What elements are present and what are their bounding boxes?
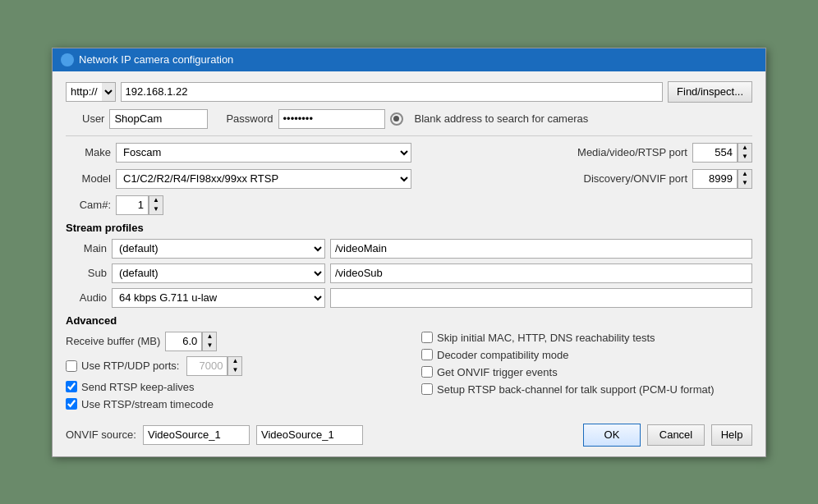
model-label: Model [66,172,111,185]
user-label: User [82,112,104,125]
skip-mac-label: Skip initial MAC, HTTP, DNS reachability… [437,332,655,344]
onvif-port-buttons[interactable]: ▲ ▼ [738,169,752,189]
rtsp-port-up[interactable]: ▲ [738,144,751,153]
receive-buffer-spinner: ▲ ▼ [165,332,217,351]
use-rtsp-timecode-checkbox[interactable] [66,398,77,410]
password-input[interactable] [278,109,385,129]
receive-buffer-up[interactable]: ▲ [203,332,216,341]
cam-spinner: ▲ ▼ [116,195,163,215]
find-inspect-button[interactable]: Find/inspect... [668,81,752,103]
protocol-selector[interactable]: http:// [66,82,116,102]
radio-toggle[interactable] [390,112,403,126]
receive-buffer-down[interactable]: ▼ [203,341,216,351]
title-bar: Network IP camera configuration [53,48,765,71]
make-select[interactable]: Foscam [116,143,411,163]
audio-stream-label: Audio [66,291,107,304]
protocol-value: http:// [67,84,102,99]
onvif-port-label: Discovery/ONVIF port [584,172,687,185]
rtp-port-input[interactable] [186,356,227,376]
onvif-source2-input[interactable] [256,425,363,445]
divider-1 [66,135,752,136]
sub-path-input[interactable] [330,263,752,283]
receive-buffer-label: Receive buffer (MB) [66,335,160,347]
skip-mac-checkbox[interactable] [421,332,433,343]
main-profile-select[interactable]: (default) [112,239,325,259]
sub-profile-select[interactable]: (default) [112,263,325,283]
setup-rtsp-label: Setup RTSP back-channel for talk support… [437,383,715,396]
radio-inner [393,116,399,121]
rtp-port-up[interactable]: ▲ [228,357,241,366]
cam-down[interactable]: ▼ [149,205,163,214]
cam-buttons[interactable]: ▲ ▼ [149,195,163,215]
network-ip-camera-dialog: Network IP camera configuration http:// … [52,48,766,457]
get-onvif-label: Get ONVIF trigger events [437,366,558,378]
decoder-compat-label: Decoder compatibility mode [437,349,568,361]
onvif-port-up[interactable]: ▲ [738,170,751,179]
dialog-icon [61,53,74,66]
rtsp-port-spinner: ▲ ▼ [692,143,752,163]
onvif-port-down[interactable]: ▼ [738,179,751,188]
rtsp-port-buttons[interactable]: ▲ ▼ [738,143,752,163]
rtsp-port-input[interactable] [692,143,738,163]
audio-path-input[interactable] [330,288,752,308]
send-rtsp-label: Send RTSP keep-alives [81,381,195,393]
onvif-source1-input[interactable] [143,425,250,445]
model-select[interactable]: C1/C2/R2/R4/FI98xx/99xx RTSP [116,169,411,189]
onvif-source-label: ONVIF source: [66,428,136,441]
setup-rtsp-checkbox[interactable] [421,383,433,395]
send-rtsp-checkbox[interactable] [66,381,77,392]
use-rtp-checkbox[interactable] [66,360,77,372]
receive-buffer-input[interactable] [165,332,202,351]
main-stream-label: Main [66,242,107,254]
sub-stream-label: Sub [66,267,107,279]
password-label: Password [226,112,273,125]
cam-input[interactable] [116,195,149,215]
use-rtsp-timecode-label: Use RTSP/stream timecode [81,398,214,410]
make-label: Make [66,146,111,158]
user-input[interactable] [109,109,208,129]
rtp-port-buttons[interactable]: ▲ ▼ [227,356,242,376]
protocol-dropdown[interactable] [102,83,115,101]
cam-up[interactable]: ▲ [149,196,163,205]
onvif-port-spinner: ▲ ▼ [692,169,752,189]
help-button[interactable]: Help [711,424,752,446]
get-onvif-checkbox[interactable] [421,366,433,378]
blank-address-hint: Blank address to search for cameras [415,112,589,125]
onvif-port-input[interactable] [692,169,738,189]
rtsp-port-label: Media/video/RTSP port [577,146,687,158]
main-path-input[interactable] [330,239,752,259]
rtp-port-down[interactable]: ▼ [228,366,241,375]
rtp-port-spinner: ▲ ▼ [186,356,242,376]
use-rtp-label: Use RTP/UDP ports: [81,360,179,372]
decoder-compat-checkbox[interactable] [421,349,433,360]
advanced-label: Advanced [66,314,752,327]
receive-buffer-buttons[interactable]: ▲ ▼ [202,332,217,351]
cancel-button[interactable]: Cancel [647,424,705,446]
ok-button[interactable]: OK [583,424,641,447]
cam-label: Cam#: [66,199,111,211]
dialog-title: Network IP camera configuration [79,53,233,66]
stream-profiles-label: Stream profiles [66,222,752,234]
address-input[interactable] [121,82,664,102]
audio-select[interactable]: 64 kbps G.711 u-law [112,288,325,308]
rtsp-port-down[interactable]: ▼ [738,153,751,162]
